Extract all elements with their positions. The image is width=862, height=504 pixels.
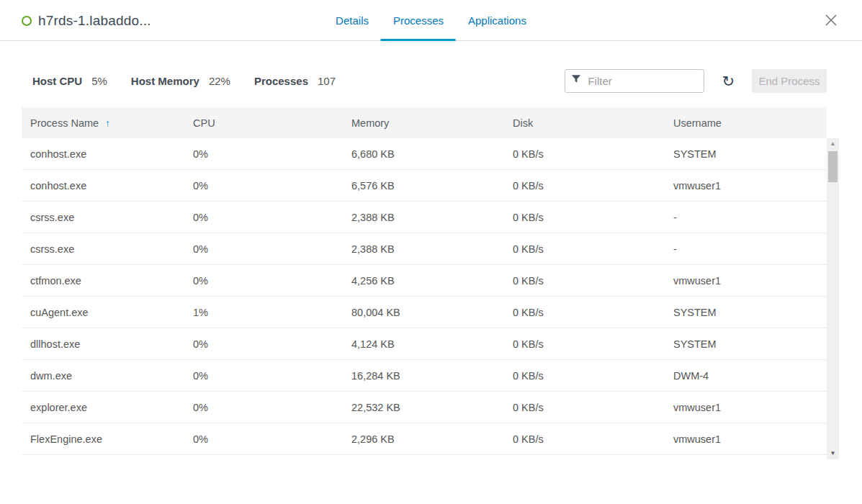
end-process-button[interactable]: End Process [752, 69, 827, 93]
filter-funnel-icon [571, 74, 581, 87]
processes-table: Process Name↑ CPU Memory Disk Username c… [22, 107, 827, 455]
table-row[interactable]: FlexEngine.exe 0% 2,296 KB 0 KB/s vmwuse… [22, 423, 827, 455]
stat-label: Host Memory [131, 75, 199, 87]
cell-memory: 2,296 KB [343, 433, 504, 445]
stat-value: 5% [91, 75, 107, 87]
filter-box[interactable] [565, 69, 704, 93]
cell-disk: 0 KB/s [504, 212, 665, 223]
cell-process-name: FlexEngine.exe [22, 433, 184, 445]
stat-label: Host CPU [32, 75, 82, 87]
cell-disk: 0 KB/s [504, 338, 665, 350]
processes-toolbar: Host CPU 5% Host Memory 22% Processes 10… [22, 65, 827, 96]
cell-memory: 4,124 KB [343, 338, 504, 350]
table-row[interactable]: csrss.exe 0% 2,388 KB 0 KB/s - [22, 233, 827, 265]
table-body: conhost.exe 0% 6,680 KB 0 KB/s SYSTEM co… [22, 138, 827, 455]
cell-cpu: 0% [184, 180, 343, 192]
scrollbar-down-button[interactable]: ▼ [827, 448, 839, 459]
cell-cpu: 0% [184, 433, 343, 445]
cell-disk: 0 KB/s [504, 148, 665, 160]
table-row[interactable]: conhost.exe 0% 6,576 KB 0 KB/s vmwuser1 [22, 170, 827, 202]
cell-process-name: explorer.exe [22, 402, 184, 413]
cell-memory: 2,388 KB [343, 243, 504, 255]
sort-ascending-icon: ↑ [105, 117, 110, 129]
scrollbar-up-button[interactable]: ▲ [827, 138, 839, 150]
cell-memory: 6,680 KB [343, 148, 504, 160]
cell-cpu: 1% [184, 307, 343, 318]
close-icon [823, 19, 839, 30]
stat-value: 22% [209, 75, 230, 87]
cell-username: vmwuser1 [665, 402, 827, 413]
cell-disk: 0 KB/s [504, 275, 665, 287]
cell-username: - [665, 243, 827, 255]
cell-process-name: csrss.exe [22, 243, 184, 255]
cell-disk: 0 KB/s [504, 433, 665, 445]
column-header-memory[interactable]: Memory [343, 117, 504, 129]
cell-memory: 6,576 KB [343, 180, 504, 192]
dialog-header: h7rds-1.labaddo... Details Processes App… [0, 0, 862, 41]
cell-cpu: 0% [184, 402, 343, 413]
table-header-row: Process Name↑ CPU Memory Disk Username [22, 107, 827, 138]
cell-username: vmwuser1 [665, 180, 827, 192]
filter-input[interactable] [588, 75, 698, 87]
cell-process-name: conhost.exe [22, 180, 184, 192]
scroll-up-icon: ▲ [830, 140, 836, 147]
scroll-down-icon: ▼ [830, 450, 836, 456]
cell-username: SYSTEM [665, 338, 827, 350]
machine-status-icon [22, 16, 32, 26]
stat-value: 107 [318, 75, 336, 87]
table-scrollbar[interactable]: ▲ ▼ [827, 138, 839, 459]
column-header-process-name[interactable]: Process Name↑ [22, 117, 184, 129]
table-row[interactable]: dllhost.exe 0% 4,124 KB 0 KB/s SYSTEM [22, 328, 827, 360]
scrollbar-thumb[interactable] [828, 151, 838, 182]
column-header-cpu[interactable]: CPU [184, 117, 343, 129]
cell-process-name: conhost.exe [22, 148, 184, 160]
cell-disk: 0 KB/s [504, 243, 665, 255]
cell-memory: 4,256 KB [343, 275, 504, 287]
cell-cpu: 0% [184, 275, 343, 287]
cell-memory: 80,004 KB [343, 307, 504, 318]
machine-title: h7rds-1.labaddo... [38, 13, 151, 29]
tab-details[interactable]: Details [323, 0, 381, 41]
cell-memory: 16,284 KB [343, 370, 504, 382]
cell-process-name: cuAgent.exe [22, 307, 184, 318]
cell-process-name: csrss.exe [22, 212, 184, 223]
stat-label: Processes [254, 75, 308, 87]
cell-disk: 0 KB/s [504, 307, 665, 318]
cell-process-name: dllhost.exe [22, 338, 184, 350]
cell-disk: 0 KB/s [504, 402, 665, 413]
cell-disk: 0 KB/s [504, 370, 665, 382]
host-stats: Host CPU 5% Host Memory 22% Processes 10… [32, 65, 359, 96]
cell-username: SYSTEM [665, 148, 827, 160]
cell-username: vmwuser1 [665, 275, 827, 287]
table-row[interactable]: ctfmon.exe 0% 4,256 KB 0 KB/s vmwuser1 [22, 265, 827, 297]
table-row[interactable]: csrss.exe 0% 2,388 KB 0 KB/s - [22, 202, 827, 233]
close-button[interactable] [823, 12, 839, 28]
stat-host-memory: Host Memory 22% [131, 75, 230, 87]
tab-processes[interactable]: Processes [381, 0, 456, 41]
machine-title-area: h7rds-1.labaddo... [22, 0, 151, 41]
cell-disk: 0 KB/s [504, 180, 665, 192]
refresh-icon: ↻ [722, 73, 735, 89]
cell-cpu: 0% [184, 370, 343, 382]
table-row[interactable]: conhost.exe 0% 6,680 KB 0 KB/s SYSTEM [22, 138, 827, 170]
table-row[interactable]: explorer.exe 0% 22,532 KB 0 KB/s vmwuser… [22, 392, 827, 423]
cell-process-name: dwm.exe [22, 370, 184, 382]
stat-host-cpu: Host CPU 5% [32, 75, 107, 87]
refresh-button[interactable]: ↻ [720, 73, 736, 89]
cell-memory: 2,388 KB [343, 212, 504, 223]
table-row[interactable]: cuAgent.exe 1% 80,004 KB 0 KB/s SYSTEM [22, 297, 827, 328]
cell-username: DWM-4 [665, 370, 827, 382]
toolbar-controls: ↻ End Process [565, 65, 827, 96]
cell-username: SYSTEM [665, 307, 827, 318]
cell-process-name: ctfmon.exe [22, 275, 184, 287]
stat-process-count: Processes 107 [254, 75, 336, 87]
column-header-disk[interactable]: Disk [504, 117, 665, 129]
cell-cpu: 0% [184, 212, 343, 223]
cell-cpu: 0% [184, 338, 343, 350]
tab-applications[interactable]: Applications [456, 0, 539, 41]
cell-memory: 22,532 KB [343, 402, 504, 413]
column-header-username[interactable]: Username [665, 117, 827, 129]
table-row[interactable]: dwm.exe 0% 16,284 KB 0 KB/s DWM-4 [22, 360, 827, 392]
cell-username: vmwuser1 [665, 433, 827, 445]
tab-bar: Details Processes Applications [323, 0, 539, 41]
